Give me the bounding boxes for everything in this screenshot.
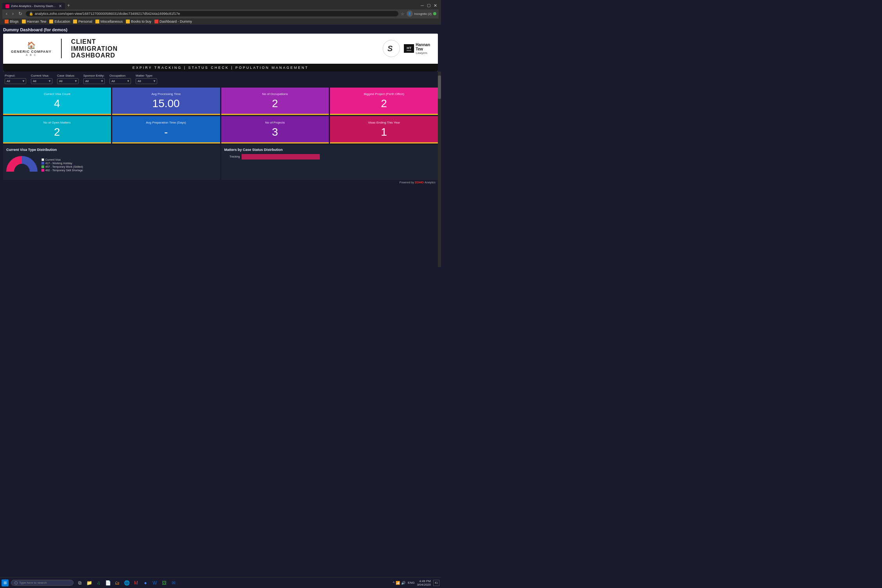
filter-project-label: Project:	[5, 74, 26, 77]
metric-avg-processing-time: Avg Processing Time 15.00	[112, 88, 220, 115]
address-bar-row: ‹ › ↻ 🔒 analytics.zoho.com/open-view/168…	[2, 9, 439, 18]
metrics-row-2: No of Open Matters 2 Avg Preparation Tim…	[3, 116, 438, 143]
legend-color	[41, 165, 44, 168]
filter-matter-select[interactable]: All	[136, 78, 157, 84]
chart-content: Tracking	[224, 154, 435, 160]
filter-occupation-select[interactable]: All	[109, 78, 131, 84]
tab-close-button[interactable]: ✕	[59, 4, 62, 8]
ht-box: HT	[404, 44, 414, 53]
metric-label: Visas Ending This Year	[368, 121, 400, 124]
filter-occupation-label: Occupation:	[109, 74, 131, 77]
filter-visa-label: Current Visa:	[31, 74, 52, 77]
dashboard-card: 🏠 GENERIC COMPANY A B C CLIENT IMMIGRATI…	[3, 34, 438, 72]
forward-button[interactable]: ›	[11, 11, 15, 17]
browser-chrome: Zoho Analytics - Dummy Dashb... ✕ + ─ ▢ …	[0, 0, 441, 25]
legend-item-457: 457 - Temporary Work (Skilled)	[41, 165, 83, 168]
metric-current-visa-count: Current Visa Count 4	[3, 88, 111, 115]
bookmark-books[interactable]: Books to buy	[126, 20, 151, 23]
bookmark-hannan-tew[interactable]: Hannan Tew	[22, 20, 47, 23]
bookmark-miscellaneous[interactable]: Miscellaneous	[95, 20, 123, 23]
metric-value: 1	[381, 127, 387, 138]
maximize-button[interactable]: ▢	[427, 3, 430, 8]
bookmark-dashboard[interactable]: Dashboard - Dummy	[154, 20, 192, 23]
tab-label: Zoho Analytics - Dummy Dashb...	[11, 4, 57, 8]
filter-project: Project: All ▼	[5, 74, 26, 84]
filter-sponsor-label: Sponsor Entity:	[83, 74, 105, 77]
bar-row-tracking: Tracking	[224, 154, 435, 160]
minimize-button[interactable]: ─	[421, 3, 424, 8]
bar-chart: Tracking	[224, 154, 435, 160]
legend-label: 482 - Temporary Skill Shortage	[45, 169, 83, 172]
analytics-text: Analytics	[425, 181, 436, 184]
filters-row: Project: All ▼ Current Visa: All ▼	[3, 72, 438, 86]
svg-text:S: S	[387, 44, 393, 53]
active-tab[interactable]: Zoho Analytics - Dummy Dashb... ✕	[2, 3, 65, 9]
bookmark-label: Education	[54, 20, 70, 23]
url-text: analytics.zoho.com/open-view/16871270000…	[35, 12, 395, 16]
close-window-button[interactable]: ✕	[434, 3, 437, 8]
legend-color	[41, 162, 44, 165]
filter-matter-type: Matter Type: All ▼	[136, 74, 157, 84]
law-institute-logo: S	[383, 40, 400, 57]
bookmark-personal[interactable]: Personal	[73, 20, 92, 23]
profile-avatar[interactable]: 👤	[407, 11, 413, 17]
bookmark-blogs[interactable]: Blogs	[5, 20, 19, 23]
title-line3: DASHBOARD	[71, 52, 115, 59]
metric-no-occupations: No of Occupations 2	[221, 88, 329, 115]
bookmark-label: Blogs	[10, 20, 19, 23]
bookmark-label: Miscellaneous	[100, 20, 123, 23]
header-divider	[61, 39, 62, 58]
metric-value: 2	[54, 127, 60, 138]
new-tab-button[interactable]: +	[65, 2, 72, 9]
chart-content: Current Visa 417 - Working Holiday 457 -…	[6, 154, 217, 172]
pie-chart	[6, 154, 38, 172]
back-button[interactable]: ‹	[5, 11, 9, 17]
filter-visa-select[interactable]: All	[31, 78, 52, 84]
bookmark-favicon	[154, 20, 158, 23]
metric-value: 2	[272, 98, 278, 109]
legend-item-482: 482 - Temporary Skill Shortage	[41, 169, 83, 172]
tab-favicon	[5, 4, 9, 8]
page-content: Dummy Dashboard (for demos) 🏠 GENERIC CO…	[0, 25, 441, 186]
bookmarks-bar: Blogs Hannan Tew Education Personal Misc…	[2, 18, 439, 25]
bookmark-label: Books to buy	[131, 20, 151, 23]
filter-matter-label: Matter Type:	[136, 74, 157, 77]
charts-row: Current Visa Type Distribution	[3, 145, 438, 180]
metric-open-matters: No of Open Matters 2	[3, 116, 111, 143]
black-bar: EXPIRY TRACKING | STATUS CHECK | POPULAT…	[3, 64, 438, 72]
chart-title: Current Visa Type Distribution	[6, 148, 217, 152]
bookmark-education[interactable]: Education	[49, 20, 70, 23]
tew-label: Tew	[416, 47, 430, 51]
bookmark-label: Dashboard - Dummy	[160, 20, 192, 23]
legend-label: Current Visa	[45, 158, 61, 161]
filter-project-select[interactable]: All	[5, 78, 26, 84]
company-logo: 🏠 GENERIC COMPANY A B C	[11, 41, 52, 56]
filter-sponsor-select[interactable]: All	[83, 78, 105, 84]
dashboard-title: CLIENT IMMIGRATION DASHBOARD	[71, 38, 118, 59]
hannan-tew-text: Hannan Tew Lawyers	[416, 43, 430, 55]
metric-value: 4	[54, 98, 60, 109]
metric-value: 2	[381, 98, 387, 109]
metric-value: 3	[272, 127, 278, 138]
company-name: GENERIC COMPANY	[11, 50, 52, 54]
metric-visas-ending: Visas Ending This Year 1	[330, 116, 438, 143]
filter-case-label: Case Status:	[57, 74, 79, 77]
powered-by-text: Powered by	[400, 181, 415, 184]
company-sub: A B C	[26, 54, 37, 56]
metric-no-projects: No of Projects 3	[221, 116, 329, 143]
scrollbar-thumb[interactable]	[438, 75, 441, 99]
powered-by-bar: Powered by ZOHO Analytics	[3, 180, 438, 185]
chart-legend: Current Visa 417 - Working Holiday 457 -…	[41, 158, 83, 172]
filter-case-status: Case Status: All ▼	[57, 74, 79, 84]
reload-button[interactable]: ↻	[17, 11, 23, 17]
legend-label: 457 - Temporary Work (Skilled)	[45, 165, 83, 168]
bookmark-star-icon[interactable]: ☆	[401, 12, 404, 16]
black-bar-text: EXPIRY TRACKING | STATUS CHECK | POPULAT…	[133, 66, 309, 70]
address-bar[interactable]: 🔒 analytics.zoho.com/open-view/168712700…	[26, 11, 398, 16]
bar-fill	[242, 154, 320, 160]
bookmark-favicon	[73, 20, 77, 23]
legend-item-visa: Current Visa	[41, 158, 83, 161]
metric-label: Avg Processing Time	[151, 92, 181, 96]
filter-case-select[interactable]: All	[57, 78, 79, 84]
scrollbar[interactable]	[438, 72, 441, 267]
